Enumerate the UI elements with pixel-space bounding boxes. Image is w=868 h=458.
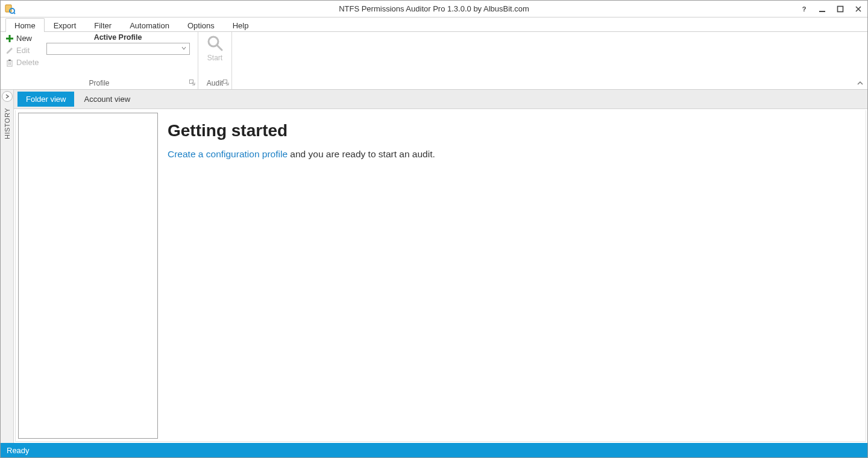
- search-icon: [206, 34, 224, 52]
- svg-line-9: [217, 45, 222, 50]
- svg-text:?: ?: [802, 5, 807, 13]
- start-label: Start: [207, 54, 222, 62]
- profile-group-caption: Profile: [1, 78, 198, 89]
- welcome-panel: Getting started Create a configuration p…: [160, 110, 866, 441]
- svg-line-2: [14, 13, 15, 14]
- new-label: New: [16, 34, 32, 43]
- ribbon-group-audit: Start Audit: [198, 32, 232, 89]
- dialog-launcher-icon[interactable]: [189, 80, 195, 86]
- history-label: HISTORY: [4, 108, 11, 139]
- close-button[interactable]: [849, 1, 867, 17]
- expand-history-button[interactable]: [2, 91, 13, 102]
- edit-profile-button[interactable]: Edit: [4, 45, 40, 55]
- audit-group-caption: Audit: [198, 78, 231, 89]
- collapse-ribbon-button[interactable]: [857, 80, 864, 87]
- trash-icon: [5, 58, 14, 67]
- tab-account-view[interactable]: Account view: [75, 92, 139, 107]
- create-profile-link[interactable]: Create a configuration profile: [168, 149, 288, 159]
- ribbon-body: New Edit: [1, 32, 867, 90]
- start-audit-button[interactable]: Start: [206, 34, 224, 62]
- ribbon-tab-filter[interactable]: Filter: [85, 18, 121, 32]
- edit-label: Edit: [16, 46, 30, 55]
- status-text: Ready: [7, 446, 30, 455]
- history-sidebar: HISTORY: [1, 90, 14, 443]
- title-bar: NTFS Permissions Auditor Pro 1.3.0.0 by …: [1, 1, 867, 17]
- ribbon-group-profile: New Edit: [1, 32, 198, 89]
- folder-tree-panel[interactable]: [18, 113, 158, 439]
- view-tab-strip: Folder view Account view: [14, 90, 867, 109]
- getting-started-heading: Getting started: [168, 121, 858, 140]
- minimize-button[interactable]: [813, 1, 831, 17]
- pencil-icon: [5, 46, 14, 55]
- workspace: Getting started Create a configuration p…: [15, 110, 866, 442]
- tab-folder-view[interactable]: Folder view: [17, 92, 74, 107]
- ribbon-tab-home[interactable]: Home: [5, 18, 45, 32]
- ribbon-tab-strip: Home Export Filter Automation Options He…: [1, 17, 867, 32]
- delete-label: Delete: [16, 58, 39, 67]
- svg-rect-5: [838, 6, 843, 11]
- svg-rect-4: [819, 11, 825, 12]
- welcome-text: and you are ready to start an audit.: [288, 149, 435, 159]
- plus-icon: [5, 34, 14, 43]
- chevron-down-icon: [181, 45, 188, 52]
- help-button[interactable]: ?: [795, 1, 813, 17]
- ribbon-tab-automation[interactable]: Automation: [121, 18, 178, 32]
- maximize-button[interactable]: [831, 1, 849, 17]
- ribbon-tab-options[interactable]: Options: [178, 18, 224, 32]
- window-title: NTFS Permissions Auditor Pro 1.3.0.0 by …: [339, 4, 529, 13]
- ribbon-tab-export[interactable]: Export: [45, 18, 86, 32]
- app-icon: [4, 3, 16, 15]
- new-profile-button[interactable]: New: [4, 33, 40, 43]
- status-bar: Ready: [1, 443, 867, 457]
- ribbon-tab-help[interactable]: Help: [224, 18, 258, 32]
- active-profile-combo[interactable]: [46, 43, 190, 55]
- dialog-launcher-icon[interactable]: [223, 80, 229, 86]
- delete-profile-button[interactable]: Delete: [4, 57, 40, 67]
- active-profile-label: Active Profile: [94, 33, 142, 42]
